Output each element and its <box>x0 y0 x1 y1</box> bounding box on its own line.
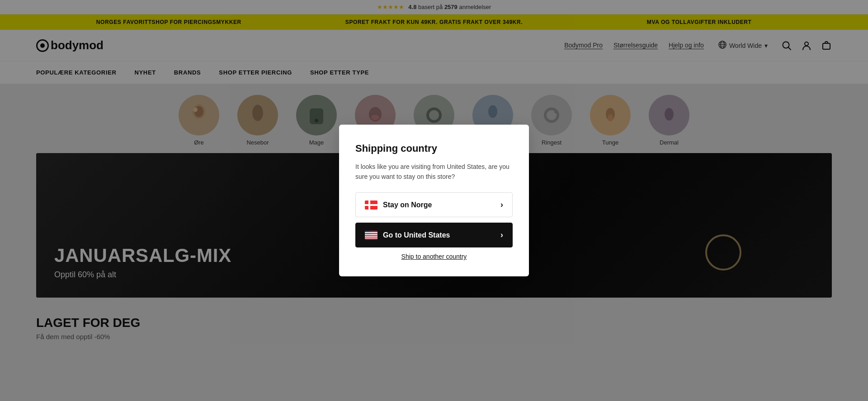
go-to-us-label: Go to United States <box>383 231 450 239</box>
goto-label-group: Go to United States <box>365 231 450 240</box>
stay-chevron-icon: › <box>500 200 503 210</box>
norway-flag <box>365 200 377 210</box>
shipping-country-modal: Shipping country It looks like you are v… <box>339 125 529 277</box>
modal-overlay: Shipping country It looks like you are v… <box>0 0 868 401</box>
us-flag <box>365 231 377 240</box>
go-to-us-button[interactable]: Go to United States › <box>355 223 513 247</box>
ship-another-country-link[interactable]: Ship to another country <box>355 253 513 260</box>
stay-label-group: Stay on Norge <box>365 200 432 210</box>
stay-on-norge-button[interactable]: Stay on Norge › <box>355 192 513 217</box>
modal-title: Shipping country <box>355 143 513 154</box>
stay-on-norge-label: Stay on Norge <box>383 201 432 209</box>
goto-chevron-icon: › <box>500 230 503 240</box>
modal-body-text: It looks like you are visiting from Unit… <box>355 162 513 182</box>
